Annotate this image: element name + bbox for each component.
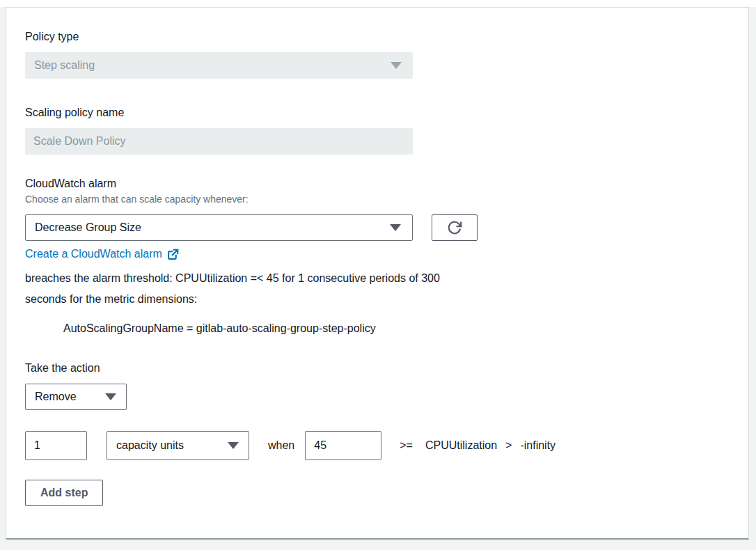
policy-type-select: Step scaling (25, 52, 413, 79)
scaling-policy-form-card: Policy type Step scaling Scaling policy … (6, 7, 749, 540)
action-type-value: Remove (35, 391, 77, 403)
alarm-description-line: seconds for the metric dimensions: (25, 289, 730, 310)
policy-type-value: Step scaling (34, 59, 95, 72)
dropdown-arrow-icon (228, 442, 239, 449)
take-action-label: Take the action (25, 362, 730, 375)
add-step-button[interactable]: Add step (25, 480, 103, 506)
step-amount-input[interactable] (25, 431, 87, 460)
dropdown-arrow-icon (390, 224, 401, 231)
dropdown-arrow-icon (391, 62, 402, 69)
alarm-description: breaches the alarm threshold: CPUUtiliza… (25, 268, 730, 310)
alarm-description-line: breaches the alarm threshold: CPUUtiliza… (25, 268, 730, 289)
upper-operator-label: >= (400, 439, 413, 452)
create-cloudwatch-alarm-link-label: Create a CloudWatch alarm (25, 246, 162, 262)
cloudwatch-alarm-label: CloudWatch alarm (25, 178, 730, 190)
lower-bound-label: -infinity (520, 439, 556, 452)
refresh-icon (447, 220, 462, 235)
refresh-alarms-button[interactable] (432, 214, 478, 241)
lower-operator-label: > (505, 439, 512, 452)
policy-name-label: Scaling policy name (25, 107, 730, 119)
metric-name-label: CPUUtilization (425, 439, 497, 452)
create-cloudwatch-alarm-link[interactable]: Create a CloudWatch alarm (25, 246, 179, 262)
alarm-select-row: Decrease Group Size (25, 214, 730, 241)
policy-name-input (25, 128, 413, 155)
dropdown-arrow-icon (105, 393, 116, 400)
when-label: when (268, 439, 294, 452)
step-threshold-input[interactable] (305, 431, 381, 460)
alarm-metric-dimension: AutoScalingGroupName = gitlab-auto-scali… (63, 322, 730, 336)
alarm-selected-value: Decrease Group Size (35, 221, 141, 234)
step-adjustment-row: capacity units when >= CPUUtilization > … (25, 431, 730, 460)
action-type-select[interactable]: Remove (25, 384, 127, 410)
policy-type-label: Policy type (25, 31, 730, 43)
step-unit-value: capacity units (116, 439, 184, 452)
alarm-select[interactable]: Decrease Group Size (25, 214, 413, 241)
step-unit-select[interactable]: capacity units (107, 431, 249, 460)
cloudwatch-alarm-helper: Choose an alarm that can scale capacity … (25, 194, 730, 205)
external-link-icon (167, 249, 179, 260)
